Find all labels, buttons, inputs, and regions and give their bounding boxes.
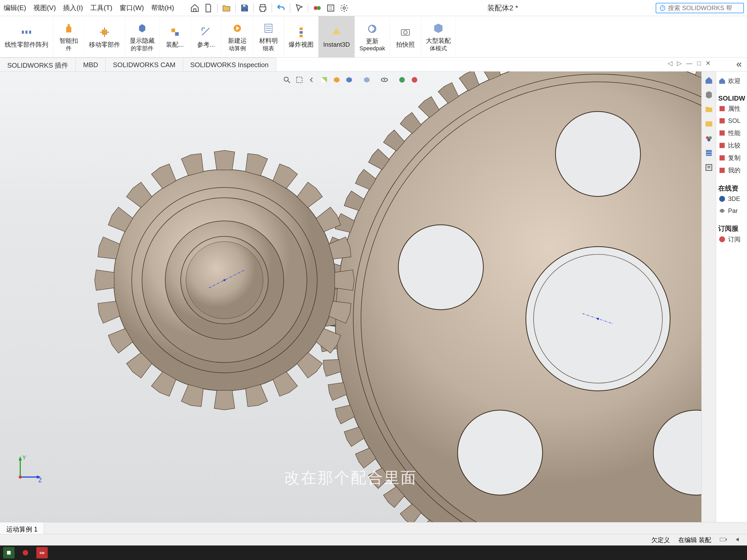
ribbon-smart-fastener[interactable]: 智能扣 件 [53, 16, 84, 57]
apply-scene-icon[interactable] [397, 75, 407, 85]
ribbon-show-hide[interactable]: 显示隐藏 的零部件 [125, 16, 159, 57]
rebuild-icon[interactable] [311, 2, 323, 14]
home-pane-icon[interactable] [703, 75, 715, 86]
taskpane-performance[interactable]: 性能 [718, 127, 745, 139]
next-window-icon[interactable]: ▷ [677, 60, 681, 67]
zoom-area-icon[interactable] [294, 75, 305, 85]
taskbar-solidworks-icon[interactable]: SW [36, 547, 48, 558]
design-library-icon[interactable] [703, 104, 715, 115]
ribbon-bom[interactable]: 材料明 细表 [253, 16, 284, 57]
graphics-viewport[interactable]: Y Z 改在那个配合里面 [0, 72, 701, 522]
open-icon[interactable] [221, 2, 232, 14]
taskpane-strip [701, 72, 716, 522]
status-definition: 欠定义 [651, 536, 670, 544]
menu-insert[interactable]: 插入(I) [60, 1, 85, 15]
search-input[interactable] [668, 4, 740, 12]
svg-text:?: ? [662, 6, 664, 10]
taskpane-par[interactable]: Par [718, 205, 745, 217]
taskpane-properties[interactable]: 属性 [718, 102, 745, 115]
taskpane-subscribe-section: 订阅服 [718, 224, 745, 233]
document-title: 装配体2 * [352, 3, 654, 13]
file-explorer-icon[interactable] [703, 118, 715, 130]
tab-mbd[interactable]: MBD [76, 58, 106, 71]
svg-rect-10 [25, 31, 27, 34]
taskpane-subscribe[interactable]: 订阅 [718, 233, 745, 245]
expand-pane-icon[interactable]: « [737, 59, 742, 70]
bottom-tabs: 运动算例 1 [0, 522, 747, 534]
svg-point-73 [719, 196, 725, 202]
taskpane-compare[interactable]: 比较 [718, 139, 745, 152]
resources-pane-icon[interactable] [703, 89, 715, 101]
taskpane-3de[interactable]: 3DE [718, 193, 745, 205]
ribbon-reference[interactable]: 参考... [191, 16, 222, 57]
settings-icon[interactable] [338, 2, 350, 14]
main-area: Y Z 改在那个配合里面 欢迎 [0, 72, 747, 522]
menu-edit[interactable]: 编辑(E) [1, 1, 29, 15]
options-icon[interactable] [325, 2, 336, 14]
menu-help[interactable]: 帮助(H) [149, 1, 177, 15]
svg-rect-76 [726, 539, 727, 540]
view-orientation-icon[interactable] [332, 75, 342, 85]
orientation-triad[interactable]: Y Z [12, 454, 44, 486]
status-battery-icon [720, 536, 727, 544]
svg-rect-70 [720, 143, 725, 148]
taskpane-welcome[interactable]: 欢迎 [718, 75, 745, 87]
svg-rect-77 [7, 551, 10, 555]
svg-rect-20 [300, 31, 303, 34]
prev-window-icon[interactable]: ◁ [668, 60, 672, 67]
maximize-icon[interactable]: □ [697, 60, 701, 67]
tab-inspection[interactable]: SOLIDWORKS Inspection [183, 58, 276, 71]
ribbon-snapshot[interactable]: 拍快照 [390, 16, 421, 57]
zoom-fit-icon[interactable] [282, 75, 292, 85]
ribbon-linear-pattern[interactable]: 线性零部件阵列 [0, 16, 53, 57]
menu-window[interactable]: 窗口(W) [117, 1, 147, 15]
save-icon[interactable] [239, 2, 250, 14]
svg-rect-9 [22, 31, 24, 34]
taskpane-mine[interactable]: 我的 [718, 164, 745, 177]
appearances-icon[interactable] [703, 147, 715, 159]
menu-view[interactable]: 视图(V) [31, 1, 59, 15]
custom-props-icon[interactable] [703, 162, 715, 173]
menu-tools[interactable]: 工具(T) [88, 1, 115, 15]
hide-show-icon[interactable] [362, 75, 372, 85]
section-view-icon[interactable] [319, 75, 329, 85]
previous-view-icon[interactable] [307, 75, 317, 85]
search-box[interactable]: ? [656, 3, 744, 13]
status-sound-icon [736, 536, 742, 544]
tab-addins[interactable]: SOLIDWORKS 插件 [0, 58, 76, 71]
menu-bar: 编辑(E) 视图(V) 插入(I) 工具(T) 窗口(W) 帮助(H) [0, 0, 747, 16]
ribbon-instant3d[interactable]: Instant3D [318, 16, 355, 57]
view-settings-icon[interactable] [409, 75, 420, 85]
svg-point-62 [707, 138, 710, 141]
home-icon[interactable] [189, 2, 201, 14]
new-icon[interactable] [203, 2, 214, 14]
undo-icon[interactable] [275, 2, 287, 14]
motion-study-tab[interactable]: 运动算例 1 [0, 523, 44, 534]
print-icon[interactable] [257, 2, 268, 14]
display-style-icon[interactable] [344, 75, 354, 85]
svg-text:Z: Z [38, 477, 42, 483]
minimize-icon[interactable]: — [686, 60, 693, 67]
ribbon-assembly[interactable]: 装配... [159, 16, 191, 57]
ribbon-exploded-view[interactable]: 爆炸视图 [284, 16, 318, 57]
ribbon-toolbar: 线性零部件阵列 智能扣 件 移动零部件 显示隐藏 的零部件 装配... 参考..… [0, 16, 747, 58]
tab-cam[interactable]: SOLIDWORKS CAM [106, 58, 183, 71]
close-window-icon[interactable]: ✕ [705, 60, 711, 67]
taskbar-record-icon[interactable] [20, 547, 31, 558]
select-icon[interactable] [293, 2, 305, 14]
edit-appearance-icon[interactable] [379, 75, 390, 85]
status-bar: 欠定义 在编辑 装配 [0, 534, 747, 545]
svg-text:SW: SW [40, 551, 45, 555]
window-controls: ◁ ▷ — □ ✕ [668, 60, 711, 67]
taskpane-title: SOLIDW [718, 95, 745, 102]
ribbon-large-assembly[interactable]: 大型装配 体模式 [421, 16, 456, 57]
view-palette-icon[interactable] [703, 133, 715, 144]
taskbar-app-1[interactable] [3, 547, 15, 558]
taskpane-sol[interactable]: SOL [718, 115, 745, 127]
ribbon-motion-study[interactable]: 新建运 动算例 [222, 16, 253, 57]
ribbon-move-component[interactable]: 移动零部件 [84, 16, 125, 57]
quick-toolbar [189, 2, 350, 14]
ribbon-speedpak[interactable]: 更新 Speedpak [355, 16, 390, 57]
gear-model [0, 72, 701, 522]
taskpane-copy[interactable]: 复制 [718, 152, 745, 164]
